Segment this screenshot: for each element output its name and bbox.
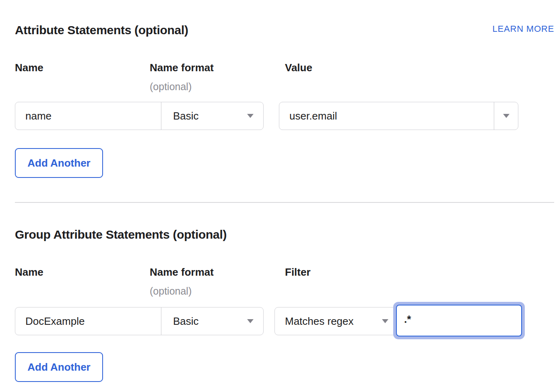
chevron-down-icon <box>247 319 254 323</box>
column-header-name-format: Name format <box>150 62 214 74</box>
learn-more-link[interactable]: LEARN MORE <box>493 24 554 34</box>
group-filter-input[interactable] <box>396 305 522 336</box>
chevron-down-icon <box>247 114 254 118</box>
group-column-header-name: Name <box>15 266 43 279</box>
group-name-format-selected: Basic <box>173 315 199 328</box>
add-another-attribute-button[interactable]: Add Another <box>15 148 103 178</box>
group-name-cell <box>15 307 161 335</box>
attribute-value-dropdown-button[interactable] <box>494 102 518 130</box>
attribute-name-format-select[interactable]: Basic <box>161 102 263 130</box>
attribute-value-cell <box>279 102 494 130</box>
attribute-name-format-group: Basic <box>15 102 264 130</box>
chevron-down-icon <box>382 319 388 323</box>
group-name-format-group: Basic <box>15 307 264 335</box>
attribute-name-input[interactable] <box>15 110 161 122</box>
group-column-header-name-format: Name format <box>150 266 214 279</box>
group-name-format-select[interactable]: Basic <box>161 307 263 335</box>
add-another-group-attribute-button[interactable]: Add Another <box>15 352 103 382</box>
column-header-value: Value <box>285 62 312 74</box>
group-column-header-name-format-note: (optional) <box>150 285 192 297</box>
group-attribute-statements-title: Group Attribute Statements (optional) <box>15 228 227 241</box>
chevron-down-icon <box>503 114 510 118</box>
attribute-statements-title: Attribute Statements (optional) <box>15 23 188 37</box>
section-divider <box>15 202 554 203</box>
group-filter-input-focus-ring <box>393 302 525 339</box>
group-filter-type-selected: Matches regex <box>285 315 354 328</box>
attribute-value-group <box>279 102 518 130</box>
attribute-name-format-selected: Basic <box>173 110 199 122</box>
attribute-name-cell <box>15 102 161 130</box>
column-header-name-format-note: (optional) <box>150 81 192 93</box>
group-filter-type-select[interactable]: Matches regex <box>274 307 398 335</box>
attribute-value-input[interactable] <box>279 110 494 122</box>
group-column-header-filter: Filter <box>285 266 311 279</box>
group-name-input[interactable] <box>15 315 161 328</box>
column-header-name: Name <box>15 62 43 74</box>
